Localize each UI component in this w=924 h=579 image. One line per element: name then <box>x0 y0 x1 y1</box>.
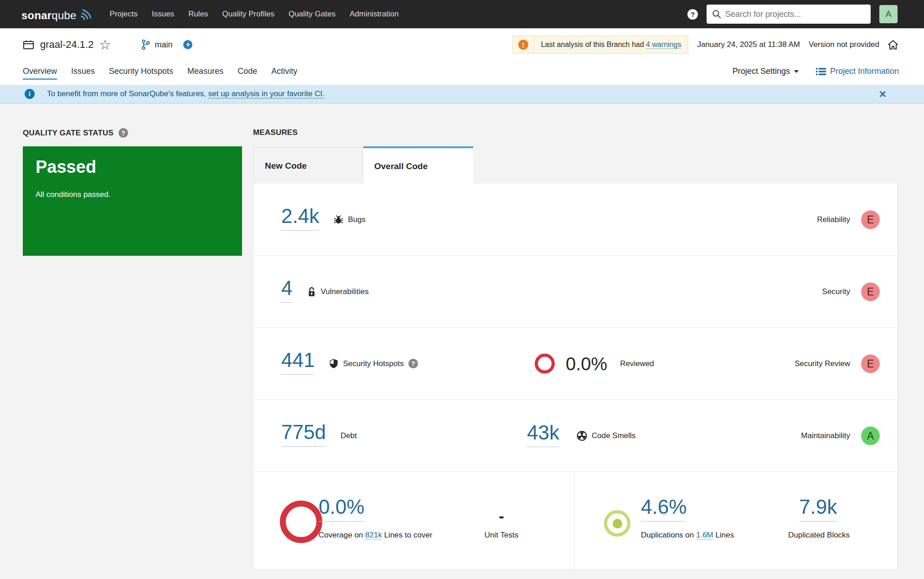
debt-label: Debt <box>341 431 357 440</box>
duplications-cell: 4.6% Duplications on 1.6M Lines 7.9k Dup… <box>575 472 897 569</box>
nav-item-administration[interactable]: Administration <box>350 10 399 19</box>
list-icon <box>816 67 826 76</box>
shield-icon <box>329 359 338 369</box>
nav-item-quality-profiles[interactable]: Quality Profiles <box>222 10 274 19</box>
logo-text-bold: sonar <box>21 9 52 22</box>
duplicated-blocks-label: Duplicated Blocks <box>788 531 850 540</box>
code-smells-label: Code Smells <box>592 431 635 440</box>
bug-icon <box>334 215 343 224</box>
tab-issues[interactable]: Issues <box>71 67 95 82</box>
security-hotspots-help-icon[interactable]: ? <box>408 359 418 368</box>
tab-activity[interactable]: Activity <box>271 67 297 82</box>
help-icon[interactable]: ? <box>687 9 698 20</box>
reviewed-label: Reviewed <box>620 359 654 368</box>
quality-gate-help-icon[interactable]: ? <box>119 128 128 138</box>
duplicated-blocks-link[interactable]: 7.9k <box>799 499 837 522</box>
quality-gate-status: Passed <box>36 157 229 177</box>
avatar[interactable]: A <box>879 5 898 23</box>
banner-ci-link[interactable]: set up analysis in your favorite CI. <box>208 89 325 98</box>
coverage-percent-link[interactable]: 0.0% <box>319 499 364 522</box>
security-review-rating-badge: E <box>861 354 880 373</box>
add-branch-icon[interactable]: + <box>183 40 192 49</box>
tab-measures[interactable]: Measures <box>187 67 223 82</box>
search-input[interactable] <box>725 10 865 19</box>
measures-card: 2.4k Bugs Reliability E 4 Vulnerabilitie… <box>253 184 898 569</box>
code-smells-icon <box>577 430 587 441</box>
project-settings-dropdown[interactable]: Project Settings <box>733 67 799 76</box>
project-name: graal-24.1.2 <box>40 39 93 51</box>
unit-tests-label: Unit Tests <box>480 531 522 540</box>
project-settings-label: Project Settings <box>733 67 790 76</box>
warning-text: Last analysis of this Branch had <box>541 41 646 48</box>
reviewed-ring-icon <box>535 354 555 374</box>
tab-code[interactable]: Code <box>237 67 257 82</box>
chevron-down-icon <box>794 70 799 73</box>
info-icon: i <box>25 89 35 99</box>
banner-text: To benefit from more of SonarQube's feat… <box>47 89 208 98</box>
tab-overview[interactable]: Overview <box>23 67 57 82</box>
debt-link[interactable]: 775d <box>281 424 326 447</box>
project-information-link[interactable]: Project Information <box>816 67 899 76</box>
project-header: graal-24.1.2 ☆ main + ! Last analysis of… <box>0 28 924 85</box>
analysis-warning: ! Last analysis of this Branch had 4 war… <box>512 36 689 54</box>
duplications-label-suffix: Lines <box>713 531 734 539</box>
project-icon <box>23 39 34 50</box>
tab-security-hotspots[interactable]: Security Hotspots <box>109 67 173 82</box>
measure-row-bugs: 2.4k Bugs Reliability E <box>253 184 897 256</box>
security-hotspots-count-link[interactable]: 441 <box>281 352 315 375</box>
tab-overall-code[interactable]: Overall Code <box>363 146 473 185</box>
duplications-ring-icon <box>604 510 630 537</box>
duplicated-lines-link[interactable]: 1.6M <box>696 531 713 540</box>
quality-gate-title: QUALITY GATE STATUS ? <box>23 128 128 138</box>
measure-row-vulnerabilities: 4 Vulnerabilities Security E <box>253 256 897 328</box>
nav-item-issues[interactable]: Issues <box>152 10 174 19</box>
quality-gate-status-card: Passed All conditions passed. <box>23 146 242 256</box>
reviewed-percent[interactable]: 0.0% <box>566 353 607 374</box>
nav-menu: Projects Issues Rules Quality Profiles Q… <box>110 10 399 19</box>
tab-new-code[interactable]: New Code <box>253 147 363 184</box>
lock-icon <box>307 287 316 297</box>
logo-text: qube <box>52 9 76 22</box>
nav-item-projects[interactable]: Projects <box>110 10 138 19</box>
maintainability-label: Maintainability <box>801 431 850 440</box>
analysis-date: January 24, 2025 at 11:38 AM <box>697 40 800 49</box>
coverage-ring-icon <box>280 501 322 543</box>
reliability-label: Reliability <box>817 215 850 224</box>
search-icon <box>712 10 721 19</box>
search-box[interactable] <box>707 5 871 24</box>
measure-row-security-hotspots: 441 Security Hotspots ? 0.0% Reviewed Se… <box>253 328 897 400</box>
duplications-percent-link[interactable]: 4.6% <box>641 499 687 522</box>
unit-tests-value: - <box>480 507 522 525</box>
duplications-label-prefix: Duplications on <box>641 531 696 539</box>
branch-name[interactable]: main <box>155 40 172 50</box>
security-hotspots-label: Security Hotspots <box>343 359 403 368</box>
bugs-count-link[interactable]: 2.4k <box>281 208 319 231</box>
sonarqube-logo[interactable]: sonarqube <box>21 6 93 22</box>
coverage-label-suffix: Lines to cover <box>382 531 433 539</box>
quality-gate-subtitle: All conditions passed. <box>36 190 229 199</box>
warning-icon: ! <box>518 40 528 50</box>
security-rating-badge: E <box>861 282 880 301</box>
coverage-cell: 0.0% Coverage on 821k Lines to cover - U… <box>253 472 575 569</box>
warnings-link[interactable]: 4 warnings <box>646 41 681 49</box>
sonarqube-waves-icon <box>79 8 93 21</box>
security-review-label: Security Review <box>795 359 850 368</box>
vulnerabilities-label: Vulnerabilities <box>320 287 368 296</box>
security-label: Security <box>822 287 850 296</box>
favorite-star-icon[interactable]: ☆ <box>99 38 111 52</box>
measures-title-text: MEASURES <box>253 128 298 137</box>
coverage-label-prefix: Coverage on <box>319 531 365 539</box>
bugs-label: Bugs <box>348 215 366 224</box>
project-tabs: Overview Issues Security Hotspots Measur… <box>23 67 297 82</box>
vulnerabilities-count-link[interactable]: 4 <box>281 280 292 303</box>
maintainability-rating-badge: A <box>861 426 880 445</box>
lines-to-cover-link[interactable]: 821k <box>365 531 382 540</box>
code-smells-count-link[interactable]: 43k <box>527 424 559 447</box>
quality-gate-title-text: QUALITY GATE STATUS <box>23 129 114 138</box>
reliability-rating-badge: E <box>861 210 880 229</box>
banner-close-icon[interactable]: ✕ <box>878 89 887 100</box>
nav-item-quality-gates[interactable]: Quality Gates <box>289 10 336 19</box>
nav-item-rules[interactable]: Rules <box>188 10 208 19</box>
home-icon[interactable] <box>887 39 899 51</box>
ci-banner: i To benefit from more of SonarQube's fe… <box>0 85 924 103</box>
